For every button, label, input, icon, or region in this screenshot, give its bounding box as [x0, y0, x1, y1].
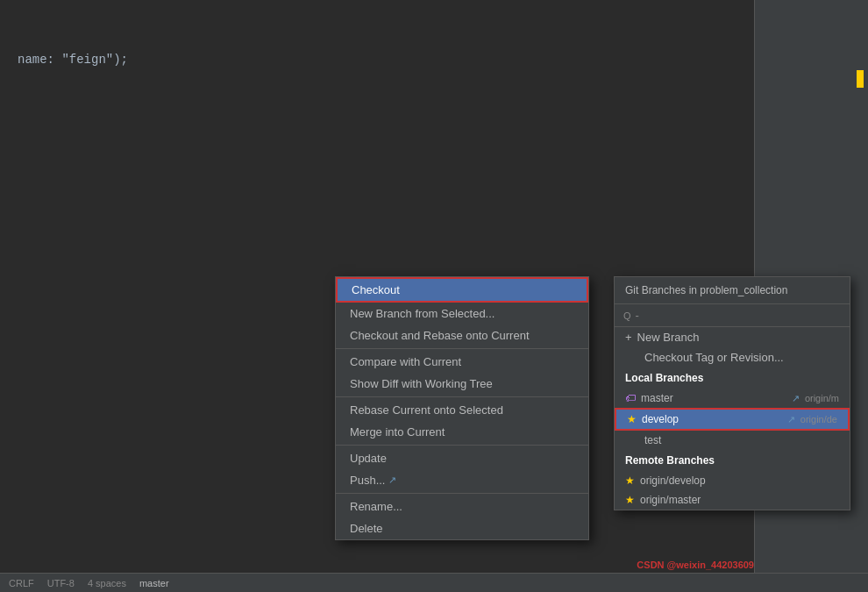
menu-item-rebase[interactable]: Rebase Current onto Selected [336, 399, 588, 421]
search-separator: - [636, 309, 639, 322]
checkout-tag-label: Checkout Tag or Revision... [644, 351, 784, 364]
status-crlf: CRLF [9, 578, 34, 588]
menu-item-rename[interactable]: Rename... [336, 496, 588, 517]
branch-develop[interactable]: ★ develop ↗ origin/de [615, 408, 850, 431]
test-branch-name: test [644, 434, 839, 446]
menu-item-new-branch[interactable]: New Branch from Selected... [336, 303, 588, 325]
watermark: CSDN @weixin_44203609 [637, 560, 754, 570]
new-branch-label: New Branch [637, 331, 700, 344]
plus-icon: + [625, 331, 632, 344]
separator-2 [336, 396, 588, 397]
menu-item-checkout-rebase[interactable]: Checkout and Rebase onto Current [336, 325, 588, 346]
checkout-tag-button[interactable]: Checkout Tag or Revision... [615, 347, 850, 367]
master-branch-name: master [641, 392, 786, 404]
code-text: name: "feign"); [18, 53, 128, 67]
origin-master-name: origin/master [640, 494, 839, 506]
search-icon: Q [623, 310, 631, 321]
push-arrow-icon: ↗ [388, 474, 396, 486]
separator-3 [336, 445, 588, 446]
develop-branch-name: develop [642, 413, 782, 425]
scroll-indicator [857, 70, 864, 88]
develop-star-icon: ★ [627, 413, 637, 425]
menu-item-merge[interactable]: Merge into Current [336, 421, 588, 443]
branch-master[interactable]: 🏷 master ↗ origin/m [615, 389, 850, 408]
branch-origin-master[interactable]: ★ origin/master [615, 490, 850, 510]
tag-icon: 🏷 [625, 392, 636, 404]
master-arrow-icon: ↗ [792, 393, 800, 404]
separator-4 [336, 493, 588, 494]
menu-item-checkout[interactable]: Checkout [336, 277, 588, 303]
status-bar: CRLF UTF-8 4 spaces master [0, 573, 868, 592]
code-line: name: "feign"); [18, 53, 128, 67]
origin-master-star-icon: ★ [625, 494, 635, 506]
menu-item-update[interactable]: Update [336, 447, 588, 469]
origin-develop-name: origin/develop [640, 474, 839, 487]
new-branch-button[interactable]: + New Branch [615, 327, 850, 347]
branch-origin-develop[interactable]: ★ origin/develop [615, 471, 850, 490]
status-charset: UTF-8 [47, 578, 75, 588]
git-panel-title: Git Branches in problem_collection [615, 277, 850, 304]
remote-branches-label: Remote Branches [615, 450, 850, 471]
status-spaces: 4 spaces [88, 578, 126, 588]
menu-item-push[interactable]: Push... ↗ [336, 469, 588, 491]
context-menu: Checkout New Branch from Selected... Che… [335, 276, 589, 540]
develop-arrow-icon: ↗ [787, 414, 795, 425]
separator-1 [336, 348, 588, 349]
master-remote-label: origin/m [805, 393, 839, 403]
develop-remote-label: origin/de [800, 414, 837, 424]
menu-item-delete[interactable]: Delete [336, 517, 588, 539]
origin-develop-star-icon: ★ [625, 474, 635, 487]
menu-item-compare-current[interactable]: Compare with Current [336, 351, 588, 373]
git-search-bar: Q - [615, 304, 850, 327]
git-branches-panel: Git Branches in problem_collection Q - +… [614, 276, 850, 510]
menu-item-show-diff[interactable]: Show Diff with Working Tree [336, 373, 588, 395]
branch-test[interactable]: test [615, 431, 850, 450]
status-branch: master [139, 578, 169, 588]
local-branches-label: Local Branches [615, 367, 850, 389]
